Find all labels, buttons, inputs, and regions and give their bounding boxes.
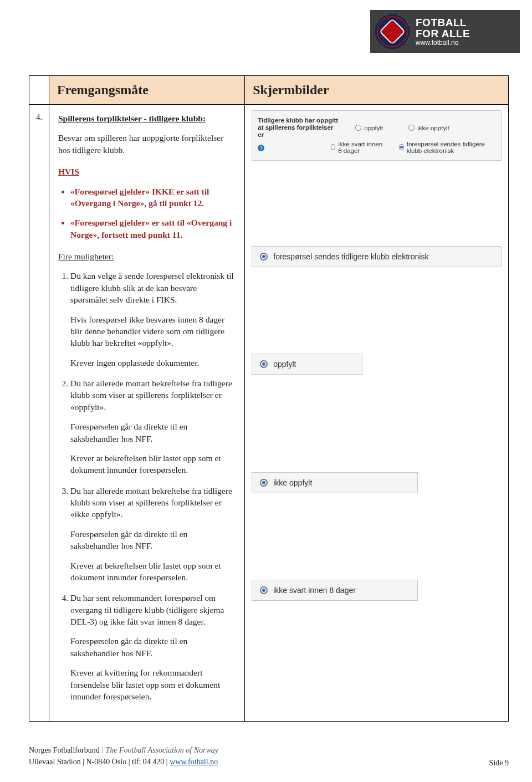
brand-line-1: FOTBALL: [416, 17, 470, 28]
footer-link[interactable]: www.fotball.no: [170, 758, 218, 766]
option-item: Du har allerede mottatt bekreftelse fra …: [70, 485, 236, 584]
header-spacer: [29, 76, 49, 105]
option-sub: Krever ingen opplastede dokumenter.: [70, 357, 236, 369]
content-table: Fremgangsmåte Skjermbilder 4. Spillerens…: [29, 75, 509, 722]
option-item: Du kan velge å sende forespørsel elektro…: [70, 270, 236, 369]
table-row: 4. Spillerens forpliktelser - tidligere …: [29, 105, 509, 722]
radio-label: forespørsel sendes tidligere klubb elekt…: [407, 141, 495, 154]
radio-option[interactable]: ikke oppfylt: [408, 125, 449, 131]
option-sub: Forespørselen går da direkte til en saks…: [70, 528, 236, 552]
footer-org-en: | The Football Association of Norway: [100, 746, 218, 754]
radio-icon: [260, 360, 268, 368]
radio-label: ikke oppfylt: [417, 125, 449, 131]
option-main: Du har allerede mottatt bekreftelse fra …: [70, 486, 232, 519]
option-main: Du har allerede mottatt bekreftelse fra …: [70, 379, 232, 412]
right-column: Tidligere klubb har oppgitt at spilleren…: [245, 105, 509, 722]
option-sub: Forespørselen går da direkte til en saks…: [70, 635, 236, 659]
top-radio-panel: Tidligere klubb har oppgitt at spilleren…: [252, 110, 502, 161]
radio-icon: [331, 144, 335, 150]
spacer: [252, 503, 502, 575]
radio-label: ikke svart innen 8 dager: [338, 141, 385, 154]
option-sub: Forespørselen går da direkte til en saks…: [70, 421, 236, 444]
radio-icon: [355, 125, 361, 131]
spacer: [252, 277, 502, 349]
radio-box-ikke-svart[interactable]: ikke svart innen 8 dager: [252, 580, 418, 601]
option-sub: Krever at kvittering for rekommandert fo…: [70, 667, 236, 702]
radio-option[interactable]: ikke svart innen 8 dager: [331, 141, 385, 154]
option-sub: Hvis forespørsel ikke besvares innen 8 d…: [70, 314, 236, 349]
radio-icon: [260, 479, 268, 487]
hvis-label: HVIS: [58, 166, 236, 177]
page-number: Side 9: [489, 759, 509, 768]
radio-label: oppfylt: [273, 360, 296, 369]
option-item: Du har sent rekommandert forespørsel om …: [70, 592, 236, 702]
radio-box-elektronisk[interactable]: forespørsel sendes tidligere klubb elekt…: [252, 246, 502, 267]
section-title: Spillerens forpliktelser - tidligere klu…: [58, 113, 236, 124]
option-main: Du kan velge å sende forespørsel elektro…: [70, 271, 234, 304]
fire-muligheter-label: Fire muligheter:: [58, 251, 236, 262]
radio-box-ikke-oppfylt[interactable]: ikke oppfylt: [252, 472, 418, 493]
brand-badge: FOTBALL FOR ALLE www.fotball.no: [370, 10, 520, 53]
option-sub: Krever at bekreftelsen blir lastet opp s…: [70, 560, 236, 584]
red-bullet-list: «Forespørsel gjelder» IKKE er satt til «…: [70, 186, 236, 241]
table-header-row: Fremgangsmåte Skjermbilder: [29, 76, 509, 105]
option-sub: Krever at bekreftelsen blir lastet opp s…: [70, 452, 236, 476]
left-column: Spillerens forpliktelser - tidligere klu…: [49, 105, 245, 722]
radio-icon: [408, 125, 415, 131]
option-item: Du har allerede mottatt bekreftelse fra …: [70, 377, 236, 476]
brand-line-2: FOR ALLE: [416, 28, 470, 39]
options-list: Du kan velge å sende forespørsel elektro…: [70, 270, 236, 702]
page: FOTBALL FOR ALLE www.fotball.no Fremgang…: [0, 0, 532, 782]
radio-icon: [260, 253, 268, 260]
radio-icon: [399, 144, 403, 150]
radio-label: ikke oppfylt: [273, 478, 312, 487]
step-number: 4.: [29, 105, 49, 722]
footer-org: Norges Fotballforbund: [29, 746, 100, 754]
radio-box-oppfylt[interactable]: oppfylt: [252, 354, 362, 375]
radio-label: oppfylt: [364, 125, 383, 131]
page-footer: Norges Fotballforbund | The Football Ass…: [29, 744, 509, 768]
intro-text: Besvar om spilleren har uoppgjorte forpl…: [58, 132, 236, 156]
header-right: Skjermbilder: [245, 76, 509, 105]
radio-option[interactable]: oppfylt: [355, 125, 394, 131]
panel-label: Tidligere klubb har oppgitt at spilleren…: [258, 117, 341, 139]
footer-address: Ullevaal Stadion | N-0840 Oslo | tlf: 04…: [29, 758, 170, 766]
spacer: [252, 385, 502, 468]
red-bullet: «Forespørsel gjelder» er satt til «Overg…: [70, 217, 236, 241]
radio-icon: [260, 586, 268, 594]
spacer: [252, 164, 502, 242]
nff-logo-icon: [375, 14, 410, 49]
option-main: Du har sent rekommandert forespørsel om …: [70, 593, 224, 626]
help-icon[interactable]: ?: [258, 145, 264, 151]
footer-left: Norges Fotballforbund | The Football Ass…: [29, 744, 218, 768]
radio-label: ikke svart innen 8 dager: [273, 586, 356, 595]
brand-url: www.fotball.no: [416, 39, 470, 47]
radio-option[interactable]: forespørsel sendes tidligere klubb elekt…: [399, 141, 495, 154]
brand-text: FOTBALL FOR ALLE www.fotball.no: [416, 17, 470, 46]
radio-label: forespørsel sendes tidligere klubb elekt…: [273, 252, 428, 261]
header-left: Fremgangsmåte: [49, 76, 245, 105]
red-bullet: «Forespørsel gjelder» IKKE er satt til «…: [70, 186, 236, 209]
